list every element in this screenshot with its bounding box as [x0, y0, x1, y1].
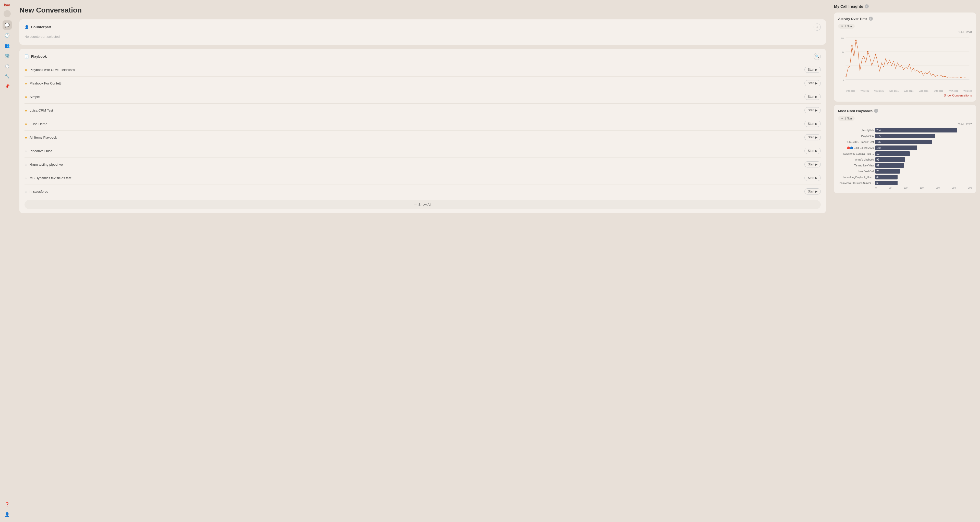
playbook-item-left: ☆ Pipedrive Luisa	[24, 149, 52, 153]
star-icon[interactable]: ☆	[24, 189, 27, 194]
activity-chart-svg: 100 50 0	[838, 35, 972, 91]
svg-point-11	[845, 76, 846, 77]
bar-label: BCS-2340 - Product Test	[838, 141, 874, 143]
bar-row: Playbook A 185	[838, 134, 972, 138]
start-button[interactable]: Start ▶	[804, 121, 821, 127]
bar-track: 69	[875, 181, 972, 185]
bar-chart-axis: 050100150200250300	[875, 186, 972, 189]
star-icon[interactable]: ★	[24, 95, 27, 99]
playbook-item-left: ★ Playbook For Confetti	[24, 81, 62, 85]
start-button[interactable]: Start ▶	[804, 188, 821, 194]
playbooks-info-icon[interactable]: i	[874, 109, 878, 113]
star-icon[interactable]: ☆	[24, 162, 27, 166]
start-button[interactable]: Start ▶	[804, 148, 821, 154]
sidebar-item-tool[interactable]: 🔧	[3, 72, 12, 81]
bar-row: 🔴🔵 Cold Calling 2020 130	[838, 145, 972, 150]
playbook-item: ★ Simple Start ▶	[24, 90, 821, 103]
bar-label: Tannaz-NewView	[838, 164, 874, 167]
playbooks-filter-button[interactable]: ▼ 1 filter	[838, 116, 855, 121]
playbook-item: ★ All Items Playbook Start ▶	[24, 131, 821, 144]
playbook-item: ☆ khum testing pipedrive Start ▶	[24, 158, 821, 171]
sidebar-item-timer[interactable]: ⏱️	[3, 61, 12, 70]
start-button[interactable]: Start ▶	[804, 94, 821, 100]
insights-title: My Call Insights i	[834, 4, 976, 8]
bar-track: 130	[875, 145, 972, 150]
bar-fill: 176	[875, 140, 932, 144]
playbooks-filter-icon: ▼	[841, 117, 843, 120]
bar-label: TeamViewer Custom Answer ...	[838, 182, 874, 185]
activity-filter-label: 1 filter	[845, 25, 852, 28]
playbook-item-name: Pipedrive Luisa	[30, 149, 52, 153]
playbook-header-left: 📄 Playbook	[24, 54, 47, 59]
playbook-search-button[interactable]: 🔍	[814, 53, 821, 60]
activity-card: Activity Over Time i ▼ 1 filter Total: 2…	[834, 13, 976, 102]
start-button[interactable]: Start ▶	[804, 134, 821, 140]
show-conversations-button[interactable]: Show Conversations	[944, 94, 972, 97]
star-icon[interactable]: ★	[24, 108, 27, 112]
star-icon[interactable]: ★	[24, 122, 27, 126]
bar-track: 185	[875, 134, 972, 138]
playbook-item: ★ Luisa Demo Start ▶	[24, 117, 821, 131]
main-content: New Conversation 👤 Counterpart + No coun…	[14, 0, 980, 522]
sidebar-item-clock[interactable]: 🕐	[3, 31, 12, 40]
svg-point-9	[867, 51, 869, 53]
sidebar-item-profile[interactable]: 👤	[3, 510, 12, 519]
counterpart-icon: 👤	[24, 25, 29, 29]
sidebar: bao › 💬 🕐 👥 ⚙️ ⏱️ 🔧 📌 ❓ 👤	[0, 0, 14, 522]
bar-fill: 92	[875, 157, 905, 162]
bar-fill: 185	[875, 134, 935, 138]
svg-text:100: 100	[841, 37, 844, 39]
playbook-item-name: Luisa CRM Test	[30, 108, 53, 112]
activity-x-axis: W48-2020W5-2021W12-2021W19-2021W26-2021W…	[846, 90, 972, 92]
star-icon[interactable]: ★	[24, 68, 27, 72]
activity-chart: 100 50 0 W48-2020W5-2021W12-2021W	[838, 35, 972, 91]
playbook-item-name: All Items Playbook	[30, 135, 57, 139]
sidebar-item-pin[interactable]: 📌	[3, 82, 12, 91]
star-icon[interactable]: ★	[24, 135, 27, 139]
bar-value: 254	[877, 129, 881, 132]
playbook-header: 📄 Playbook 🔍	[24, 53, 821, 60]
start-button[interactable]: Start ▶	[804, 67, 821, 73]
sidebar-expand-button[interactable]: ›	[3, 10, 11, 18]
star-icon[interactable]: ★	[24, 81, 27, 85]
playbook-item-left: ☆ MS Dynamics text fields test	[24, 176, 71, 180]
dots-icon: ···	[414, 203, 417, 207]
left-panel: New Conversation 👤 Counterpart + No coun…	[14, 0, 832, 522]
bar-label: Salesforce Contact Field ...	[838, 153, 874, 155]
bar-chart: jhjvbhjbhjb 254 Playbook A 185 BCS-2340 …	[838, 128, 972, 185]
start-button[interactable]: Start ▶	[804, 175, 821, 181]
start-button[interactable]: Start ▶	[804, 80, 821, 86]
playbook-item: ★ Playbook with CRM Fieldsssss Start ▶	[24, 63, 821, 76]
show-conversations-container: Show Conversations	[838, 93, 972, 97]
playbooks-filter-label: 1 filter	[845, 117, 852, 120]
page-title: New Conversation	[19, 6, 826, 14]
sidebar-item-users[interactable]: 👥	[3, 41, 12, 50]
bar-track: 76	[875, 169, 972, 173]
show-all-button[interactable]: ··· Show All	[24, 200, 821, 209]
start-button[interactable]: Start ▶	[804, 107, 821, 113]
playbook-item-left: ☆ khum testing pipedrive	[24, 162, 63, 166]
playbooks-total: Total: 1247	[838, 123, 972, 126]
bar-value: 185	[877, 135, 881, 138]
bar-track: 69	[875, 175, 972, 180]
activity-filter-button[interactable]: ▼ 1 filter	[838, 24, 855, 29]
counterpart-placeholder: No counterpart selected	[24, 34, 821, 41]
counterpart-add-button[interactable]: +	[814, 24, 821, 31]
sidebar-item-chat[interactable]: 💬	[3, 21, 12, 30]
playbook-card: 📄 Playbook 🔍 ★ Playbook with CRM Fieldss…	[19, 49, 826, 213]
bar-value: 69	[877, 176, 879, 179]
insights-info-icon[interactable]: i	[865, 4, 869, 8]
star-icon[interactable]: ☆	[24, 149, 27, 153]
activity-info-icon[interactable]: i	[869, 17, 873, 21]
sidebar-item-help[interactable]: ❓	[3, 500, 12, 509]
sidebar-item-settings[interactable]: ⚙️	[3, 51, 12, 60]
activity-card-title: Activity Over Time i	[838, 17, 972, 21]
logo: bao	[4, 3, 10, 7]
playbook-item-name: khum testing pipedrive	[30, 162, 63, 166]
bar-value: 69	[877, 182, 879, 185]
bar-fill: 76	[875, 169, 900, 173]
bar-fill: 69	[875, 175, 897, 180]
start-button[interactable]: Start ▶	[804, 161, 821, 167]
star-icon[interactable]: ☆	[24, 176, 27, 180]
playbook-item-left: ★ Playbook with CRM Fieldsssss	[24, 68, 75, 72]
